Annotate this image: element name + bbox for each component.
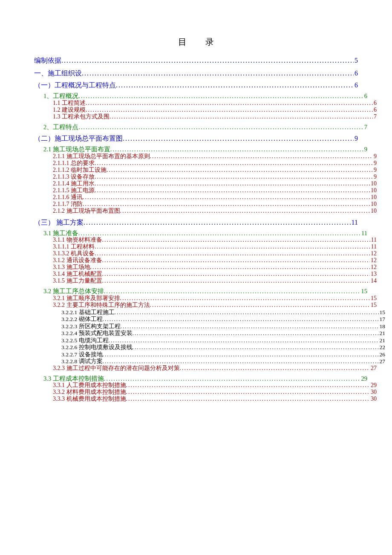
toc-entry-page: 17 [379,316,386,322]
toc-entry[interactable]: 3.1.3 施工场地..............................… [34,264,377,270]
toc-entry[interactable]: 2.1.1.3 设备存放............................… [34,174,377,180]
toc-entry[interactable]: 3.2.2.8 调试方案............................… [34,358,385,364]
toc-leader: ........................................… [86,107,373,113]
toc-entry-page: 10 [370,194,377,200]
toc-entry-page: 6 [373,107,377,113]
toc-entry[interactable]: 3.1.2 通讯设备准备............................… [34,257,377,263]
toc-title-left: 目 [178,37,187,46]
toc-entry[interactable]: 3.2 施工工序总体安排............................… [34,288,367,295]
toc-entry[interactable]: 3.2.2.4 预装式配电装置安装.......................… [34,330,385,336]
toc-entry-label: 3.1.5 施工力量配置 [53,278,102,284]
toc-entry-label: 3.2.2.6 控制电缆敷设及接线 [61,344,133,350]
toc-leader: ........................................… [180,365,370,371]
toc-entry[interactable]: 2.1.1.4 施工用水............................… [34,181,377,187]
toc-entry-label: 2.1.1.1 总的要求 [53,160,95,166]
toc-entry[interactable]: 一、施工组织设.................................… [34,70,358,77]
toc-entry[interactable]: 3.2.2.7 设备接地............................… [34,352,385,358]
toc-entry-page: 22 [379,344,386,350]
toc-leader: ........................................… [104,376,360,382]
toc-leader: ........................................… [107,167,373,173]
toc-entry[interactable]: 3.1.1.1 工程材料............................… [34,244,377,250]
toc-entry-label: 3.2.2.8 调试方案 [61,358,103,364]
toc-entry-page: 12 [370,251,377,257]
toc-entry[interactable]: （二）施工现场总平面布置图...........................… [34,135,358,142]
toc-leader: ........................................… [126,382,370,388]
toc-entry[interactable]: （三） 施工方案................................… [34,219,358,226]
toc-leader: ........................................… [95,251,370,257]
toc-entry[interactable]: 3.3.2 材料费用成本控制措施........................… [34,389,377,395]
toc-entry[interactable]: 3.2.2.3 所区构支架工程.........................… [34,324,385,330]
toc-leader: ........................................… [95,160,373,166]
toc-entry[interactable]: 2.1.1.5 施工电源............................… [34,188,377,194]
toc-entry[interactable]: 编制依据....................................… [34,57,358,64]
toc-entry-label: 1.2 建设规模 [53,107,86,113]
toc-entry[interactable]: 1.2 建设规模................................… [34,107,377,113]
toc-entry-page: 11 [360,230,367,237]
toc-leader: ........................................… [102,271,370,277]
toc-entry[interactable]: 3.2.2.6 控制电缆敷设及接线.......................… [34,344,385,350]
toc-entry[interactable]: 2、工程特点..................................… [34,124,367,130]
toc-entry-label: 编制依据 [34,57,61,64]
toc-entry[interactable]: 3.2.1 施工顺序及部署安排.........................… [34,295,377,301]
toc-entry[interactable]: 2.1.1 施工现场总平面布置的基本原则....................… [34,153,377,159]
toc-leader: ........................................… [110,146,363,153]
toc-leader: ........................................… [120,208,370,214]
toc-entry-label: 2.1.1.4 施工用水 [53,181,95,187]
toc-leader: ........................................… [103,352,379,358]
toc-entry-label: 一、施工组织设 [34,70,82,77]
toc-leader: ........................................… [95,244,370,250]
toc-entry-page: 15 [370,295,377,301]
toc-entry[interactable]: 3.2.2 主要工序和特殊工序的施工方法....................… [34,302,377,308]
toc-entry-page: 15 [379,309,386,315]
toc-entry[interactable]: 2.1.1.2 临时加工设施..........................… [34,167,377,173]
toc-entry-label: 3.1 施工准备 [43,230,78,237]
toc-entry-label: 3.1.1.1 工程材料 [53,244,95,250]
toc-entry-label: 3.1.4 施工机械配置 [53,271,102,277]
toc-entry-page: 6 [354,70,358,77]
toc-entry-page: 18 [379,324,386,330]
toc-entry-page: 6 [354,82,358,89]
toc-entry-label: 2.1.1.7 消防 [53,201,83,207]
toc-entry-label: （一）工程概况与工程特点 [34,82,116,89]
toc-entry-page: 9 [363,146,367,153]
toc-title: 目录 [34,36,358,48]
toc-entry[interactable]: 3.3.3 机械费用成本控制措施........................… [34,396,377,402]
toc-entry[interactable]: 3.2.2.2 砌体工程............................… [34,316,385,322]
toc-entry[interactable]: 3.3.1 人工费用成本控制措施........................… [34,382,377,388]
toc-entry-page: 9 [373,167,377,173]
toc-entry-label: 2.1.1 施工现场总平面布置的基本原则 [53,153,150,159]
toc-entry-label: 3.3 工程成本控制措施 [43,376,104,382]
toc-entry[interactable]: 2.1.1.1 总的要求............................… [34,160,377,166]
toc-entry-label: 3.3.2 材料费用成本控制措施 [53,389,126,395]
toc-entry[interactable]: 3.3 工程成本控制措施............................… [34,376,367,382]
toc-entry[interactable]: 2.1.2 施工现场平面布置图.........................… [34,208,377,214]
toc-leader: ........................................… [126,396,370,402]
toc-entry-label: 3.2.2 主要工序和特殊工序的施工方法 [53,302,150,308]
toc-entry[interactable]: 3.1.5 施工力量配置............................… [34,278,377,284]
toc-entry-label: 3.2 施工工序总体安排 [43,288,104,295]
toc-entry[interactable]: 3.1.1 物资材料准备............................… [34,237,377,243]
toc-entry[interactable]: 1、工程概况..................................… [34,93,367,99]
toc-entry[interactable]: 3.1 施工准备................................… [34,230,367,237]
toc-entry[interactable]: 3.2.2.1 基础工程施工..........................… [34,309,385,315]
toc-entry[interactable]: 3.1.4 施工机械配置............................… [34,271,377,277]
toc-entry[interactable]: 1.1 工程简述................................… [34,100,377,106]
toc-entry-page: 30 [370,396,377,402]
toc-leader: ........................................… [110,114,373,120]
toc-entry-label: 3.2.2.2 砌体工程 [61,316,103,322]
toc-entry-label: 2.1 施工现场总平面布置 [43,146,110,153]
toc-leader: ........................................… [133,330,379,336]
toc-entry-page: 26 [379,352,386,358]
toc-entry[interactable]: 2.1.1.6 通讯..............................… [34,194,377,200]
toc-entry[interactable]: 2.1.1.7 消防..............................… [34,201,377,207]
toc-entry[interactable]: 3.2.2.5 电缆沟工程...........................… [34,338,385,344]
toc-entry-label: 3.2.2.4 预装式配电装置安装 [61,330,133,336]
toc-entry[interactable]: 3.1.3.2 机具设备............................… [34,251,377,257]
toc-leader: ........................................… [116,82,354,89]
toc-entry[interactable]: （一）工程概况与工程特点............................… [34,82,358,89]
toc-entry[interactable]: 2.1 施工现场总平面布置...........................… [34,146,367,153]
toc-entry[interactable]: 3.2.3 施工过程中可能存在的潜在问题分析及对策...............… [34,365,377,371]
toc-entry[interactable]: 1.3 工程承包方式及围............................… [34,114,377,120]
toc-entry-page: 21 [379,338,386,344]
toc-leader: ........................................… [90,264,370,270]
